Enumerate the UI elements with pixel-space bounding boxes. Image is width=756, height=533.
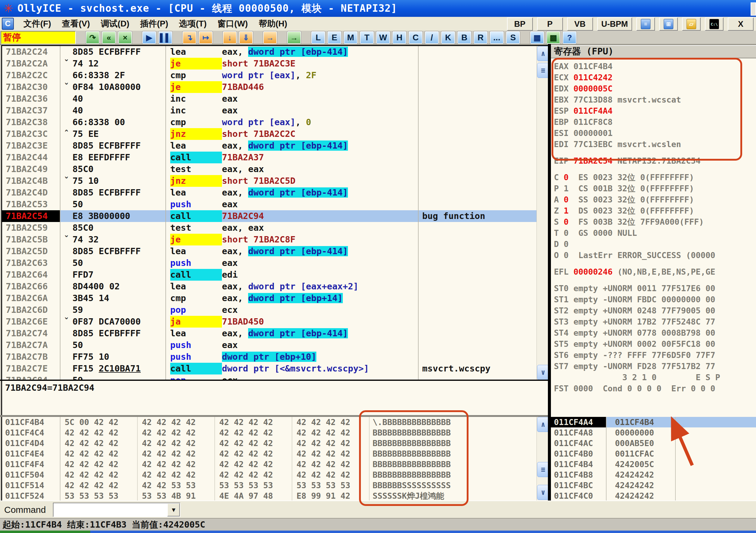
pause-button[interactable]: ▌▌ bbox=[158, 31, 173, 44]
register-line[interactable]: EFL 00000246 (NO,NB,E,BE,NS,PE,GE bbox=[551, 266, 756, 277]
view-call-stack-button[interactable]: K bbox=[441, 31, 455, 44]
vb-button[interactable]: VB bbox=[567, 17, 593, 31]
register-line[interactable]: T 0 GS 0000 NULL bbox=[551, 227, 756, 238]
disasm-row[interactable]: 71BA2C5985C0testeax, eax bbox=[2, 222, 549, 234]
restart-button[interactable]: « bbox=[102, 31, 116, 44]
menu-item-6[interactable]: 帮助(H) bbox=[253, 17, 293, 30]
register-line[interactable]: ECX 011C4242 bbox=[551, 72, 756, 83]
stack-row[interactable]: 011CF4A800000000 bbox=[551, 428, 756, 438]
register-line[interactable]: ST0 empty +UNORM 0011 77F517E6 00 bbox=[551, 283, 756, 294]
view-cpu-button[interactable]: C bbox=[408, 31, 423, 44]
disasm-row[interactable]: 71BA2C6Eˇ0F87 DCA70000ja71BAD450 bbox=[2, 316, 549, 327]
register-line[interactable]: A 0 SS 0023 32位 0(FFFFFFFF) bbox=[551, 194, 756, 205]
menu-item-5[interactable]: 窗口(W) bbox=[212, 17, 253, 30]
menu-item-4[interactable]: 选项(T) bbox=[174, 17, 212, 30]
p-button[interactable]: P bbox=[537, 17, 563, 31]
calculator-icon-button[interactable]: ⊞ bbox=[659, 17, 678, 31]
cpu-child-window-icon[interactable]: C bbox=[2, 18, 14, 30]
disasm-row[interactable]: 71BA2C7A50pusheax bbox=[2, 339, 549, 351]
chevron-down-icon[interactable]: ▼ bbox=[167, 503, 180, 517]
trace-over-button[interactable]: ⇓ bbox=[239, 31, 253, 44]
view-patches-button[interactable]: / bbox=[425, 31, 439, 44]
appearance-button[interactable]: ▦ bbox=[530, 31, 544, 44]
scroll-thumb[interactable]: ≡ bbox=[537, 462, 549, 477]
disasm-row[interactable]: 71BA2C64FFD7calledi bbox=[2, 269, 549, 281]
scroll-up-icon[interactable]: ∧ bbox=[537, 417, 549, 432]
disasm-row[interactable]: 71BA2C748D85 ECFBFFFFleaeax, dword ptr [… bbox=[2, 327, 549, 339]
run-button[interactable]: ▶ bbox=[142, 31, 156, 44]
goto-button[interactable]: → bbox=[287, 31, 301, 44]
scroll-down-icon[interactable]: ∨ bbox=[537, 485, 549, 500]
scroll-up-icon[interactable]: ∧ bbox=[537, 46, 549, 61]
disasm-row[interactable]: 71BA2C3740inceax bbox=[2, 105, 549, 116]
disasm-row[interactable]: 71BA2C6350pusheax bbox=[2, 257, 549, 269]
disasm-row[interactable]: 71BA2C668D4400 02leaeax, dword ptr [eax+… bbox=[2, 281, 549, 293]
step-over-button[interactable]: ↦ bbox=[199, 31, 213, 44]
register-line[interactable]: ST6 empty -??? FFFF 77F6D5F0 77F7 bbox=[551, 350, 756, 361]
view-handles-button[interactable]: H bbox=[392, 31, 407, 44]
view-run-trace-button[interactable]: ... bbox=[490, 31, 504, 44]
disasm-row[interactable]: 71BA2C4Bˇ75 10jnzshort 71BA2C5D bbox=[2, 175, 549, 187]
disassembly-pane[interactable]: 71BA2C248D85 ECFBFFFFleaeax, dword ptr [… bbox=[1, 45, 549, 380]
register-line[interactable]: ST3 empty +UNORM 17B2 77F5248C 77 bbox=[551, 316, 756, 327]
step-into-button[interactable]: ↴ bbox=[182, 31, 197, 44]
disasm-row[interactable]: 71BA2C2C66:8338 2Fcmpword ptr [eax], 2F bbox=[2, 70, 549, 81]
menu-item-3[interactable]: 插件(P) bbox=[135, 17, 174, 30]
disasm-row[interactable]: 71BA2C44E8 EEFDFFFFcall71BA2A37 bbox=[2, 152, 549, 163]
register-line[interactable]: ST4 empty +UNORM 0778 0008B798 00 bbox=[551, 327, 756, 338]
register-line[interactable]: FST 0000 Cond 0 0 0 0 Err 0 0 0 bbox=[551, 383, 756, 394]
dump-row[interactable]: 011CF52453 53 53 5353 53 4B 914E 4A 97 4… bbox=[2, 491, 549, 500]
dump-row[interactable]: 011CF4E442 42 42 4242 42 42 4242 42 42 4… bbox=[2, 448, 549, 459]
command-input[interactable] bbox=[54, 504, 167, 515]
options-button[interactable]: ▩ bbox=[546, 31, 560, 44]
console-icon-button[interactable]: C:\ bbox=[705, 17, 723, 31]
disasm-row[interactable]: 71BA2C3E8D85 ECFBFFFFleaeax, dword ptr [… bbox=[2, 140, 549, 152]
view-log-button[interactable]: L bbox=[311, 31, 325, 44]
register-line[interactable]: EBP 011CF8C8 bbox=[551, 116, 756, 127]
view-breakpoints-button[interactable]: B bbox=[457, 31, 472, 44]
disasm-row[interactable]: 71BA2C5350pusheax bbox=[2, 199, 549, 210]
pane-divider[interactable] bbox=[548, 44, 551, 500]
disasm-row[interactable]: 71BA2C5D8D85 ECFBFFFFleaeax, dword ptr [… bbox=[2, 245, 549, 257]
view-executables-button[interactable]: E bbox=[327, 31, 341, 44]
disasm-row[interactable]: 71BA2C2Aˇ74 12jeshort 71BA2C3E bbox=[2, 58, 549, 70]
disasm-row[interactable]: 71BA2C6A3B45 14cmpeax, dword ptr [ebp+14… bbox=[2, 293, 549, 304]
hex-dump-pane[interactable]: 011CF4B45C 00 42 4242 42 42 4242 42 42 4… bbox=[1, 417, 549, 500]
register-line[interactable]: ST5 empty +UNORM 0002 00F5FC18 00 bbox=[551, 338, 756, 350]
disasm-row[interactable]: 71BA2C6D59popecx bbox=[2, 304, 549, 316]
stack-row[interactable]: 011CF4B842424242 bbox=[551, 469, 756, 480]
disasm-row[interactable]: 71BA2C3866:8338 00cmpword ptr [eax], 0 bbox=[2, 116, 549, 128]
view-threads-button[interactable]: T bbox=[360, 31, 374, 44]
register-line[interactable]: ST2 empty +UNORM 0248 77F79005 00 bbox=[551, 305, 756, 316]
disasm-row[interactable]: 71BA2C4985C0testeax, eax bbox=[2, 163, 549, 175]
command-combobox[interactable]: ▼ bbox=[53, 503, 180, 517]
disasm-row[interactable]: 71BA2C4D8D85 ECFBFFFFleaeax, dword ptr [… bbox=[2, 187, 549, 199]
scroll-down-icon[interactable]: ∨ bbox=[537, 365, 549, 380]
disasm-row[interactable]: 71BA2C7EFF15 2C10BA71calldword ptr [<&ms… bbox=[2, 363, 549, 375]
disasm-row[interactable]: 71BA2C30ˇ0F84 10A80000je71BAD446 bbox=[2, 81, 549, 93]
register-line[interactable]: ESP 011CF4A4 bbox=[551, 105, 756, 116]
register-line[interactable]: D 0 bbox=[551, 238, 756, 250]
folder-icon-button[interactable]: ▱ bbox=[682, 17, 701, 31]
until-return-button[interactable]: → bbox=[263, 31, 277, 44]
menu-item-0[interactable]: 文件(F) bbox=[18, 17, 57, 30]
registers-pane[interactable]: 寄存器 (FPU) EAX 011CF4B4ECX 011C4242EDX 00… bbox=[551, 45, 756, 417]
scroll-thumb[interactable]: ≡ bbox=[537, 63, 549, 78]
dump-row[interactable]: 011CF4F442 42 42 4242 42 42 4242 42 42 4… bbox=[2, 459, 549, 469]
dump-row[interactable]: 011CF50442 42 42 4242 42 42 4242 42 42 4… bbox=[2, 469, 549, 480]
trace-into-button[interactable]: ↓ bbox=[223, 31, 237, 44]
register-line[interactable]: EIP 71BA2C54 NETAPI32.71BA2C54 bbox=[551, 155, 756, 166]
view-references-button[interactable]: R bbox=[473, 31, 488, 44]
menu-item-1[interactable]: 查看(V) bbox=[57, 17, 95, 30]
register-line[interactable]: Z 1 DS 0023 32位 0(FFFFFFFF) bbox=[551, 205, 756, 216]
open-file-button[interactable]: ↷ bbox=[85, 31, 100, 44]
stack-row[interactable]: 011CF4C042424242 bbox=[551, 491, 756, 500]
register-line[interactable]: ESI 00000001 bbox=[551, 127, 756, 139]
register-line[interactable]: ST7 empty -UNORM FD28 77F517B2 77 bbox=[551, 361, 756, 372]
bp-button[interactable]: BP bbox=[507, 17, 533, 31]
menu-item-2[interactable]: 调试(D) bbox=[95, 17, 135, 30]
stack-row[interactable]: 011CF4B44242005C bbox=[551, 459, 756, 469]
view-windows-button[interactable]: W bbox=[376, 31, 390, 44]
stack-row[interactable]: 011CF4B00011CFAC bbox=[551, 448, 756, 459]
register-line[interactable]: EAX 011CF4B4 bbox=[551, 61, 756, 72]
